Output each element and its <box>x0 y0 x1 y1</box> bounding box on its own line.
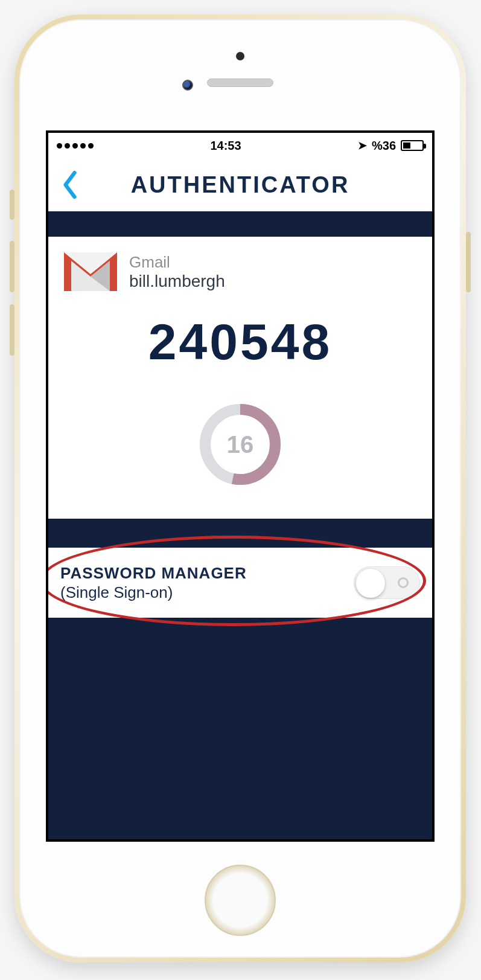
screen: 14:53 ➤ %36 AUTHENTICATOR <box>46 130 435 842</box>
bottom-fill <box>48 618 432 839</box>
battery-percent: %36 <box>372 139 396 153</box>
chevron-left-icon <box>58 170 82 200</box>
power-button <box>466 232 471 292</box>
divider-band-mid <box>48 519 432 548</box>
page-title: AUTHENTICATOR <box>48 172 432 198</box>
password-manager-row: PASSWORD MANAGER (Single Sign-on) <box>48 548 432 618</box>
password-manager-sublabel: (Single Sign-on) <box>60 583 247 603</box>
back-button[interactable] <box>58 170 82 200</box>
volume-down-button <box>10 304 14 356</box>
signal-dots-icon <box>57 143 94 149</box>
top-sensor-dot <box>236 52 244 60</box>
password-manager-label: PASSWORD MANAGER <box>60 563 247 583</box>
home-button[interactable] <box>205 865 276 936</box>
gmail-icon <box>64 252 117 291</box>
password-manager-toggle[interactable] <box>354 566 420 599</box>
status-time: 14:53 <box>210 139 241 153</box>
countdown-seconds: 16 <box>195 399 285 490</box>
location-arrow-icon: ➤ <box>358 139 367 152</box>
toggle-off-indicator <box>398 577 409 588</box>
toggle-knob <box>356 569 385 598</box>
countdown-ring: 16 <box>195 399 285 490</box>
battery-icon <box>401 140 424 151</box>
front-camera <box>182 80 193 91</box>
account-service: Gmail <box>129 253 225 272</box>
account-username: bill.lumbergh <box>129 272 225 291</box>
phone-body: 14:53 ➤ %36 AUTHENTICATOR <box>19 19 461 958</box>
account-card: Gmail bill.lumbergh 240548 16 <box>48 237 432 519</box>
mute-switch <box>10 190 14 220</box>
auth-code: 240548 <box>64 313 416 371</box>
status-bar: 14:53 ➤ %36 <box>48 133 432 158</box>
volume-up-button <box>10 241 14 292</box>
divider-band-top <box>48 211 432 237</box>
phone-frame: 14:53 ➤ %36 AUTHENTICATOR <box>14 14 466 962</box>
account-row: Gmail bill.lumbergh <box>64 252 416 291</box>
earpiece-speaker <box>207 78 273 87</box>
nav-header: AUTHENTICATOR <box>48 158 432 211</box>
